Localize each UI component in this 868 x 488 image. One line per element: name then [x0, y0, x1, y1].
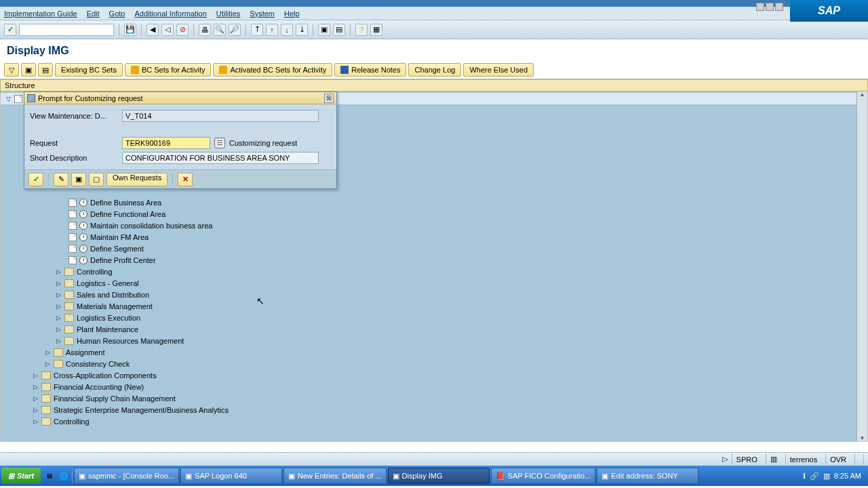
- show-desktop-icon[interactable]: 🖥: [42, 469, 56, 483]
- activity-icon[interactable]: [79, 222, 87, 230]
- ie-icon[interactable]: 🌐: [57, 469, 71, 483]
- menu-system[interactable]: System: [250, 9, 275, 18]
- cancel-button[interactable]: ⊘: [176, 24, 189, 36]
- expand-icon[interactable]: ▷: [55, 268, 62, 275]
- tree-leaf[interactable]: Define Segment: [1, 243, 867, 254]
- tree-node[interactable]: ▷Assignment: [1, 346, 867, 358]
- next-page-button[interactable]: ↓: [281, 24, 293, 36]
- tray-icon[interactable]: ▥: [823, 472, 830, 481]
- tree-node[interactable]: ▷Cross-Application Components: [1, 369, 867, 381]
- tree-leaf[interactable]: Maintain FM Area: [1, 231, 867, 243]
- back-button[interactable]: ◀: [146, 24, 159, 36]
- menu-utilities[interactable]: Utilities: [216, 9, 240, 18]
- existing-bc-sets-button[interactable]: Existing BC Sets: [55, 63, 123, 77]
- generate-shortcut-button[interactable]: ▤: [333, 24, 345, 36]
- activity-icon[interactable]: [79, 210, 87, 218]
- tree-leaf[interactable]: Define Functional Area: [1, 208, 867, 220]
- dialog-cancel-button[interactable]: [178, 173, 193, 186]
- close-window-icon[interactable]: [775, 3, 783, 11]
- tree-node[interactable]: ▷Sales and Distribution: [1, 289, 867, 300]
- expand-icon[interactable]: ▷: [32, 407, 39, 413]
- menu-additional-information[interactable]: Additional Information: [134, 9, 206, 18]
- find-next-button[interactable]: 🔎: [229, 24, 241, 36]
- vertical-scrollbar[interactable]: [856, 92, 867, 441]
- expand-all-button[interactable]: ▽: [4, 63, 19, 77]
- activity-icon[interactable]: [79, 233, 87, 241]
- tray-icon[interactable]: ℹ: [803, 472, 806, 481]
- change-log-button[interactable]: Change Log: [408, 63, 461, 77]
- maximize-icon[interactable]: [766, 3, 774, 11]
- menu-implementation-guide[interactable]: Implementation Guide: [4, 9, 77, 18]
- dialog-new-button[interactable]: ▢: [89, 173, 104, 186]
- activity-icon[interactable]: [79, 199, 87, 207]
- command-field[interactable]: [19, 24, 114, 36]
- expand-icon[interactable]: ▷: [32, 384, 39, 390]
- exit-button[interactable]: ◁: [161, 24, 174, 36]
- activity-icon[interactable]: [79, 256, 87, 264]
- tree-node[interactable]: ▷Financial Supply Chain Management: [1, 392, 867, 404]
- first-page-button[interactable]: ⤒: [251, 24, 263, 36]
- request-field[interactable]: [122, 137, 210, 149]
- release-notes-button[interactable]: Release Notes: [334, 63, 406, 77]
- tree-node[interactable]: ▷Consistency Check: [1, 358, 867, 369]
- expand-icon[interactable]: ▷: [55, 326, 62, 333]
- enter-button[interactable]: [4, 24, 16, 36]
- taskbar-task[interactable]: 📕SAP FICO Configuratio...: [491, 468, 596, 484]
- status-expand-icon[interactable]: ▷: [722, 455, 728, 464]
- taskbar-task[interactable]: ▣SAP Logon 640: [180, 468, 282, 484]
- expand-icon[interactable]: ▷: [32, 372, 39, 379]
- position-button[interactable]: ▤: [38, 63, 53, 77]
- tree-node[interactable]: ▷Controlling: [1, 266, 867, 277]
- minimize-icon[interactable]: [756, 3, 764, 11]
- taskbar-task[interactable]: ▣Edit address: SONY: [597, 468, 698, 484]
- expand-icon[interactable]: ▷: [44, 349, 51, 356]
- expand-icon[interactable]: ▷: [55, 303, 62, 310]
- start-button[interactable]: ⊞ Start: [1, 468, 41, 484]
- last-page-button[interactable]: ⤓: [296, 24, 308, 36]
- taskbar-task[interactable]: ▣New Entries: Details of ...: [283, 468, 387, 484]
- tree-node[interactable]: ▷Strategic Enterprise Management/Busines…: [1, 404, 867, 415]
- menu-help[interactable]: Help: [284, 9, 300, 18]
- tray-icon[interactable]: 🔗: [810, 472, 819, 481]
- help-button[interactable]: ?: [355, 24, 368, 36]
- expand-icon[interactable]: ▷: [55, 314, 62, 321]
- layout-button[interactable]: ▦: [370, 24, 382, 36]
- tree-leaf[interactable]: Maintain consolidation business area: [1, 220, 867, 231]
- expand-icon[interactable]: ▷: [32, 418, 39, 425]
- tree-node[interactable]: ▷Plant Maintenance: [1, 323, 867, 335]
- tree-node[interactable]: ▷Logistics Execution: [1, 312, 867, 323]
- save-button[interactable]: 💾: [124, 24, 136, 36]
- tree-leaf[interactable]: Define Profit Center: [1, 254, 867, 266]
- menu-edit[interactable]: Edit: [87, 9, 100, 18]
- dialog-display-button[interactable]: ▣: [71, 173, 86, 186]
- own-requests-button[interactable]: Own Requests: [106, 173, 167, 186]
- short-description-field[interactable]: [122, 152, 319, 164]
- bc-sets-activity-button[interactable]: BC Sets for Activity: [125, 63, 212, 77]
- tree-node[interactable]: ▷Materials Management: [1, 300, 867, 312]
- dialog-continue-button[interactable]: [28, 173, 43, 186]
- taskbar-task-active[interactable]: ▣Display IMG: [388, 468, 490, 484]
- print-button[interactable]: 🖶: [199, 24, 211, 36]
- tree-node[interactable]: ▷Financial Accounting (New): [1, 381, 867, 392]
- taskbar-task[interactable]: ▣sapmmc - [Console Roo...: [74, 468, 179, 484]
- dialog-close-button[interactable]: ☒: [324, 94, 334, 103]
- dialog-create-button[interactable]: ✎: [54, 173, 68, 186]
- tree-leaf[interactable]: Define Business Area: [1, 197, 867, 208]
- request-search-help-button[interactable]: ☷: [214, 138, 225, 148]
- find-button[interactable]: 🔍: [214, 24, 226, 36]
- expand-icon[interactable]: ▷: [32, 395, 39, 402]
- prev-page-button[interactable]: ↑: [266, 24, 278, 36]
- tree-node[interactable]: ▷Controlling: [1, 415, 867, 427]
- expand-icon[interactable]: ▷: [55, 280, 62, 287]
- expand-icon[interactable]: ▷: [55, 338, 62, 344]
- activity-icon[interactable]: [79, 245, 87, 253]
- activated-bc-sets-button[interactable]: Activated BC Sets for Activity: [213, 63, 332, 77]
- menu-goto[interactable]: Goto: [109, 9, 125, 18]
- collapse-all-button[interactable]: ▣: [21, 63, 36, 77]
- expand-icon[interactable]: ▷: [55, 291, 62, 298]
- collapse-icon[interactable]: ▽: [5, 96, 12, 102]
- expand-icon[interactable]: ▷: [44, 361, 51, 367]
- where-else-used-button[interactable]: Where Else Used: [463, 63, 534, 77]
- tree-node[interactable]: ▷Logistics - General: [1, 277, 867, 289]
- create-session-button[interactable]: ▣: [318, 24, 330, 36]
